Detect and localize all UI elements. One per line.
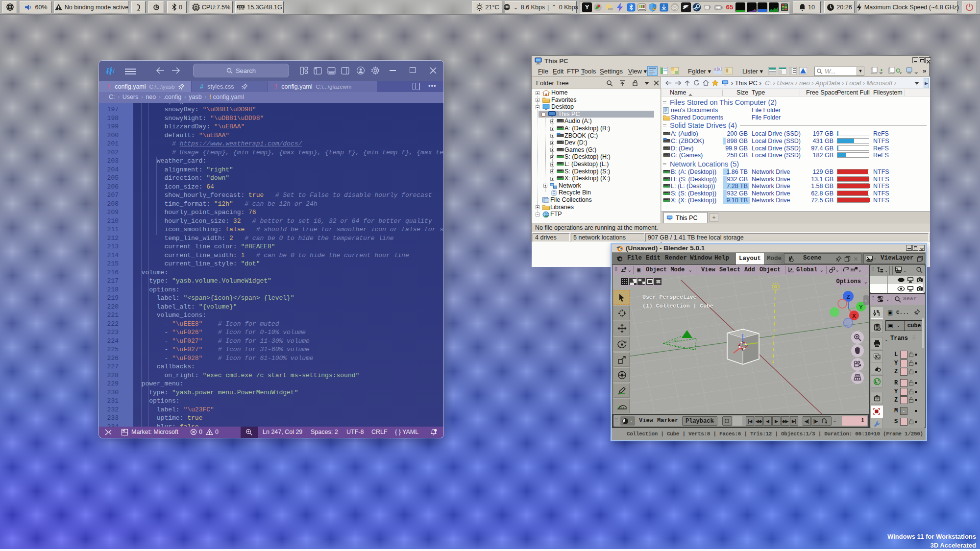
svg-text:Y: Y [859,304,863,310]
svg-text:X: X [852,313,856,319]
svg-text:R: R [714,68,717,71]
svg-text:‹: ‹ [865,298,866,303]
svg-text:Z: Z [847,294,850,300]
svg-text:R: R [718,68,721,71]
